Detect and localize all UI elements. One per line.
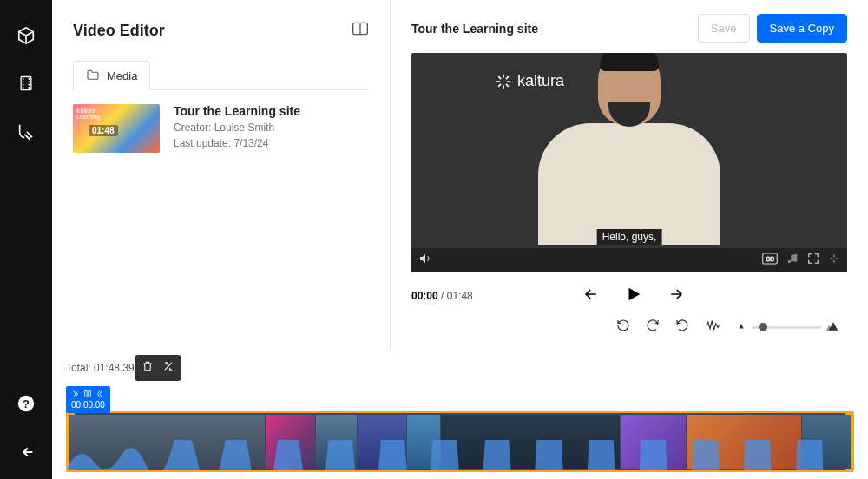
page-title: Video Editor [73,22,165,40]
svg-rect-29 [85,391,88,397]
help-icon[interactable]: ? [16,394,36,417]
timeline-tools [135,355,181,381]
time-display: 00:00 / 01:48 [411,290,473,302]
timeline-section: Total: 01:48.39 00:00.00 [52,350,868,479]
prev-button[interactable] [579,282,603,309]
zoom-control [736,319,840,335]
fullscreen-icon[interactable] [807,253,819,268]
media-item[interactable]: Tour the Learning site Creator: Louise S… [73,104,369,153]
timeline-track[interactable] [66,411,854,472]
svg-rect-6 [29,82,30,83]
back-icon[interactable] [16,443,36,465]
svg-line-20 [506,76,509,79]
svg-rect-5 [29,78,30,80]
preview-panel: Tour the Learning site Save Save a Copy … [391,0,868,350]
svg-rect-1 [23,78,24,80]
delete-icon[interactable] [141,360,154,376]
player-controls-bar: CC [411,248,847,272]
next-button[interactable] [664,282,688,309]
redo-icon[interactable] [646,318,660,336]
waveform [68,440,849,470]
svg-point-24 [794,259,798,263]
folder-icon [86,69,100,83]
media-title: Tour the Learning site [174,104,300,118]
caption-text: Hello, guys, [597,229,662,245]
svg-rect-7 [29,84,30,86]
timeline-controls [411,318,847,336]
svg-rect-4 [23,87,24,89]
film-icon[interactable] [17,75,35,95]
video-frame-content [538,53,720,248]
save-button: Save [698,14,750,43]
cursor-icon[interactable] [16,121,36,144]
total-duration: Total: 01:48.39 [66,362,135,374]
save-copy-button[interactable]: Save a Copy [757,14,847,43]
layout-toggle-icon[interactable] [352,21,369,40]
preview-title: Tour the Learning site [411,22,538,36]
svg-rect-2 [23,82,24,83]
video-player[interactable]: kaltura Hello, guys, CC [411,53,847,272]
svg-rect-3 [23,84,24,86]
transport-controls [579,281,688,310]
svg-rect-8 [29,87,30,89]
zoom-out-icon[interactable] [736,319,746,335]
svg-line-19 [498,83,501,86]
main-area: Video Editor Media Tour the Learning sit… [52,0,868,479]
app-sidebar: ? [0,0,52,479]
zoom-in-icon[interactable] [826,319,840,335]
media-panel: Video Editor Media Tour the Learning sit… [52,0,391,350]
kaltura-icon[interactable] [828,253,840,268]
cc-icon[interactable]: CC [762,253,778,268]
media-thumbnail [73,104,160,153]
tab-media[interactable]: Media [73,61,150,90]
svg-rect-30 [89,391,91,397]
svg-line-17 [498,76,501,79]
media-updated: Last update: 7/13/24 [174,137,300,149]
zoom-slider[interactable] [752,326,821,329]
music-icon[interactable] [786,253,799,268]
undo-icon[interactable] [675,318,689,336]
cube-icon[interactable] [16,26,36,49]
play-button[interactable] [621,281,647,310]
svg-text:CC: CC [766,256,774,262]
volume-icon[interactable] [418,252,432,269]
tab-label: Media [107,69,137,82]
media-creator: Creator: Louise Smith [174,121,300,134]
expand-icon[interactable] [162,360,174,376]
svg-line-18 [506,83,509,86]
svg-text:?: ? [23,397,30,410]
waveform-icon[interactable] [705,319,720,335]
svg-point-23 [788,260,792,264]
reset-icon[interactable] [616,318,630,336]
playhead-marker[interactable]: 00:00.00 [66,386,110,413]
